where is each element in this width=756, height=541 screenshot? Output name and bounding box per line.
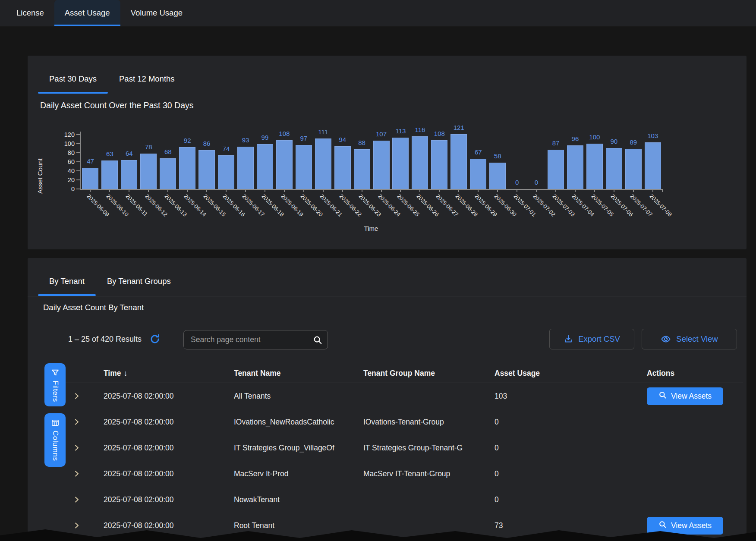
bar-slot: 1072025-06-24 — [372, 132, 391, 189]
tab-past-30-days[interactable]: Past 30 Days — [38, 65, 108, 93]
tab-asset-usage[interactable]: Asset Usage — [54, 0, 120, 26]
tab-license[interactable]: License — [6, 0, 54, 26]
table-row: 2025-07-08 02:00:00NowakTenant0 — [56, 487, 743, 513]
y-tick-mark — [76, 134, 80, 135]
cell-tenant-name: IOvations_NewRoadsCatholic — [234, 418, 363, 427]
x-tick-mark — [478, 189, 479, 192]
x-tick-mark — [575, 189, 576, 192]
bar-slot: 1112025-06-21 — [313, 132, 333, 189]
bar-2025-06-25[interactable] — [392, 138, 409, 189]
export-csv-button[interactable]: Export CSV — [549, 329, 634, 349]
bar-value-label: 74 — [223, 145, 230, 152]
bar-2025-06-19[interactable] — [276, 140, 293, 189]
bar-value-label: 108 — [279, 130, 290, 137]
bar-slot: 972025-06-20 — [294, 132, 313, 189]
bar-2025-07-04[interactable] — [567, 145, 583, 189]
bar-slot: 632025-06-10 — [100, 132, 120, 189]
bar-2025-06-18[interactable] — [257, 144, 273, 189]
bar-value-label: 116 — [415, 126, 425, 133]
bar-slot: 682025-06-13 — [158, 132, 178, 189]
cell-time: 2025-07-08 02:00:00 — [104, 495, 234, 504]
bar-2025-06-24[interactable] — [373, 141, 390, 189]
bar-value-label: 89 — [630, 138, 637, 146]
header-time[interactable]: Time↓ — [104, 369, 234, 378]
filters-button[interactable]: Filters — [44, 363, 66, 406]
bar-2025-06-20[interactable] — [296, 145, 312, 189]
divider — [28, 93, 747, 93]
sort-desc-icon: ↓ — [124, 369, 128, 377]
header-tenant-group-name[interactable]: Tenant Group Name — [363, 369, 495, 378]
tab-past-12-months[interactable]: Past 12 Months — [108, 65, 186, 93]
x-tick-mark — [652, 189, 653, 192]
bar-value-label: 78 — [145, 143, 152, 151]
cell-time: 2025-07-08 02:00:00 — [104, 469, 234, 478]
bar-2025-06-10[interactable] — [101, 160, 118, 189]
bar-2025-06-27[interactable] — [431, 140, 447, 189]
bar-slot: 672025-06-29 — [469, 132, 488, 189]
chart-range-tabs: Past 30 Days Past 12 Months — [38, 65, 186, 93]
bar-2025-07-05[interactable] — [586, 144, 603, 189]
bar-slot: 582025-06-30 — [488, 132, 507, 189]
bar-slot: 872025-07-03 — [546, 132, 566, 189]
refresh-icon[interactable] — [149, 333, 161, 345]
bar-2025-06-15[interactable] — [198, 150, 215, 189]
bar-2025-07-08[interactable] — [645, 142, 661, 189]
x-tick-mark — [148, 189, 149, 192]
x-tick-mark — [245, 189, 246, 192]
bar-2025-06-22[interactable] — [334, 146, 351, 189]
eye-icon — [661, 334, 671, 344]
bar-2025-06-26[interactable] — [412, 136, 428, 189]
header-asset-usage[interactable]: Asset Usage — [495, 369, 647, 378]
bar-2025-06-13[interactable] — [160, 158, 176, 189]
x-tick-mark — [323, 189, 324, 192]
x-axis-end-tick — [662, 189, 663, 192]
bar-2025-06-14[interactable] — [179, 147, 195, 189]
bar-2025-07-03[interactable] — [548, 150, 564, 189]
y-tick-mark — [76, 179, 80, 180]
expand-chevron-icon[interactable] — [56, 470, 104, 477]
bar-2025-06-09[interactable] — [82, 168, 98, 189]
bar-2025-06-11[interactable] — [121, 160, 137, 189]
bar-slot: 472025-06-09 — [81, 132, 100, 189]
bar-value-label: 87 — [552, 139, 560, 147]
cell-tenant-group-name: IOvations-Tenant-Group — [363, 418, 495, 427]
table-row: 2025-07-08 02:00:00All Tenants103View As… — [56, 383, 743, 409]
bar-2025-07-07[interactable] — [625, 149, 642, 189]
bar-slot: 932025-06-17 — [236, 132, 255, 189]
cell-asset-usage: 0 — [495, 418, 647, 427]
bar-2025-06-30[interactable] — [489, 163, 506, 189]
bar-value-label: 113 — [396, 127, 406, 135]
x-tick-mark — [265, 189, 265, 192]
header-tenant-name[interactable]: Tenant Name — [234, 369, 363, 378]
expand-chevron-icon[interactable] — [56, 496, 104, 503]
y-tick-mark — [76, 143, 80, 144]
search-input[interactable] — [191, 335, 313, 344]
x-tick-mark — [109, 189, 110, 192]
tenant-table: Time↓ Tenant Name Tenant Group Name Asse… — [56, 364, 743, 538]
select-view-button[interactable]: Select View — [642, 329, 737, 349]
columns-button[interactable]: Columns — [44, 413, 66, 467]
expand-chevron-icon[interactable] — [56, 522, 104, 529]
bar-2025-06-17[interactable] — [237, 147, 254, 189]
tab-by-tenant-groups[interactable]: By Tenant Groups — [96, 267, 182, 295]
bar-2025-06-21[interactable] — [315, 138, 331, 189]
tab-by-tenant[interactable]: By Tenant — [38, 267, 96, 295]
results-summary: 1 – 25 of 420 Results — [68, 329, 161, 349]
cell-tenant-name: All Tenants — [234, 392, 363, 401]
tab-volume-usage[interactable]: Volume Usage — [120, 0, 193, 26]
search-icon[interactable] — [313, 335, 322, 345]
bar-2025-06-16[interactable] — [218, 155, 234, 189]
bar-2025-06-12[interactable] — [140, 154, 157, 189]
x-tick-mark — [633, 189, 634, 192]
bar-value-label: 0 — [515, 179, 519, 186]
bar-2025-06-23[interactable] — [354, 149, 370, 189]
bar-2025-07-06[interactable] — [606, 148, 622, 189]
bar-value-label: 68 — [164, 148, 172, 155]
x-tick-mark — [381, 189, 382, 192]
view-assets-button[interactable]: View Assets — [647, 387, 723, 405]
select-view-label: Select View — [676, 334, 718, 344]
bar-value-label: 94 — [339, 136, 346, 143]
export-csv-label: Export CSV — [578, 334, 620, 344]
bar-2025-06-29[interactable] — [470, 159, 486, 189]
bar-2025-06-28[interactable] — [450, 134, 467, 189]
